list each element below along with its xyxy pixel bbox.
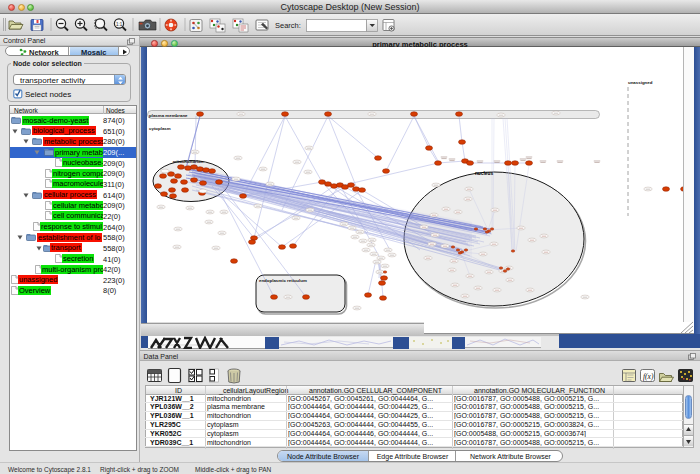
svg-text:unassigned: unassigned	[628, 80, 653, 85]
svg-text:1:1: 1:1	[116, 22, 123, 27]
svg-text:cytoplasm: cytoplasm	[149, 126, 171, 131]
svg-text:plasma membrane: plasma membrane	[149, 113, 188, 118]
svg-text:mitochondrion: mitochondrion	[173, 159, 204, 164]
svg-text:endoplasmic reticulum: endoplasmic reticulum	[259, 278, 307, 283]
svg-text:Search:: Search:	[275, 21, 301, 30]
svg-text:nucleus: nucleus	[475, 171, 493, 176]
